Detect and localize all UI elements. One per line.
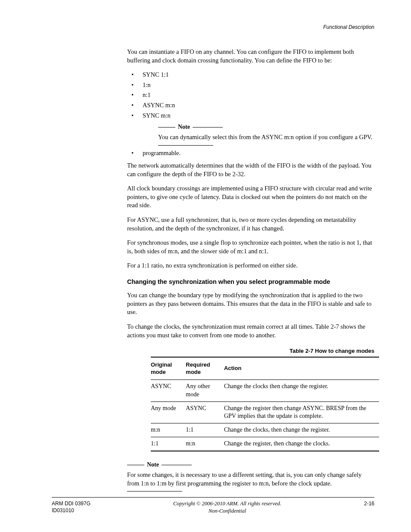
note-text: For some changes, it is necessary to use… <box>127 471 374 488</box>
table-cell: Any other mode <box>186 380 224 401</box>
note-block: Note You can dynamically select this fro… <box>158 123 374 145</box>
table-cell: 1:1 <box>151 437 186 451</box>
table-row: m:n 1:1 Change the clocks, then change t… <box>151 423 379 437</box>
section-heading: Changing the synchronization when you se… <box>127 278 374 286</box>
table-cell: Any mode <box>151 401 186 423</box>
body-paragraph: You can change the boundary type by modi… <box>127 291 374 317</box>
body-paragraph: For synchronous modes, use a single flop… <box>127 239 374 255</box>
table-cell: m:n <box>151 423 186 437</box>
fifo-mode-list: SYNC 1:1 1:n n:1 ASYNC m:n SYNC m:n Note… <box>127 71 374 157</box>
classification: Non-Confidential <box>90 507 364 515</box>
list-item: n:1 <box>127 91 374 100</box>
note-block: Note For some changes, it is necessary t… <box>127 461 374 492</box>
table-cell: m:n <box>186 437 224 451</box>
rule-icon <box>162 465 192 465</box>
note-label: Note <box>144 461 162 469</box>
table-header: Required mode <box>186 357 224 380</box>
note-text: You can dynamically select this from the… <box>158 133 374 142</box>
table-cell: Change the clocks then change the regist… <box>224 380 379 401</box>
list-item: SYNC m:n Note You can dynamically select… <box>127 112 374 146</box>
doc-revision: ID031010 <box>52 507 90 514</box>
page-content: You can instantiate a FIFO on any channe… <box>127 48 374 492</box>
rule-icon <box>158 127 175 128</box>
list-item: SYNC 1:1 <box>127 71 374 79</box>
intro-paragraph: You can instantiate a FIFO on any channe… <box>127 48 374 65</box>
body-paragraph: The network automatically determines tha… <box>127 162 374 178</box>
table-row: ASYNC Any other mode Change the clocks t… <box>151 380 379 401</box>
body-paragraph: For a 1:1 ratio, no extra synchronizatio… <box>127 261 374 270</box>
footer-center: Copyright © 2006-2010 ARM. All rights re… <box>90 500 364 515</box>
doc-id: ARM DDI 0397G <box>52 500 90 507</box>
list-item: 1:n <box>127 81 374 90</box>
table-row: 1:1 m:n Change the register, then change… <box>151 437 379 451</box>
page-footer: ARM DDI 0397G ID031010 Copyright © 2006-… <box>52 497 374 515</box>
rule-icon <box>158 145 213 146</box>
note-header: Note <box>158 123 374 131</box>
footer-left: ARM DDI 0397G ID031010 <box>52 500 90 514</box>
body-paragraph: For ASYNC, use a full synchronizer, that… <box>127 216 374 233</box>
rule-icon <box>127 465 144 465</box>
note-header: Note <box>127 461 374 469</box>
table-header: Original mode <box>151 357 186 380</box>
rule-icon <box>127 491 182 492</box>
table-cell: 1:1 <box>186 423 224 437</box>
table-cell: ASYNC <box>186 401 224 423</box>
list-item-label: SYNC m:n <box>143 112 171 119</box>
copyright: Copyright © 2006-2010 ARM. All rights re… <box>90 500 364 507</box>
table-cell: Change the register, then change the clo… <box>224 437 379 451</box>
table-cell: Change the clocks, then change the regis… <box>224 423 379 437</box>
running-header: Functional Description <box>52 24 374 31</box>
table-cell: Change the register then change ASYNC. B… <box>224 401 379 423</box>
body-paragraph: To change the clocks, the synchronizatio… <box>127 323 374 339</box>
table-header-row: Original mode Required mode Action <box>151 357 379 380</box>
note-label: Note <box>175 123 193 131</box>
rule-icon <box>193 127 223 128</box>
list-item: programmable. <box>127 149 374 158</box>
modes-table: Original mode Required mode Action ASYNC… <box>151 357 379 451</box>
table-caption: Table 2-7 How to change modes <box>127 347 374 355</box>
table-cell: ASYNC <box>151 380 186 401</box>
table-row: Any mode ASYNC Change the register then … <box>151 401 379 423</box>
list-item: ASYNC m:n <box>127 101 374 110</box>
body-paragraph: All clock boundary crossings are impleme… <box>127 184 374 210</box>
page-number: 2-16 <box>364 500 374 507</box>
table-header: Action <box>224 357 379 380</box>
